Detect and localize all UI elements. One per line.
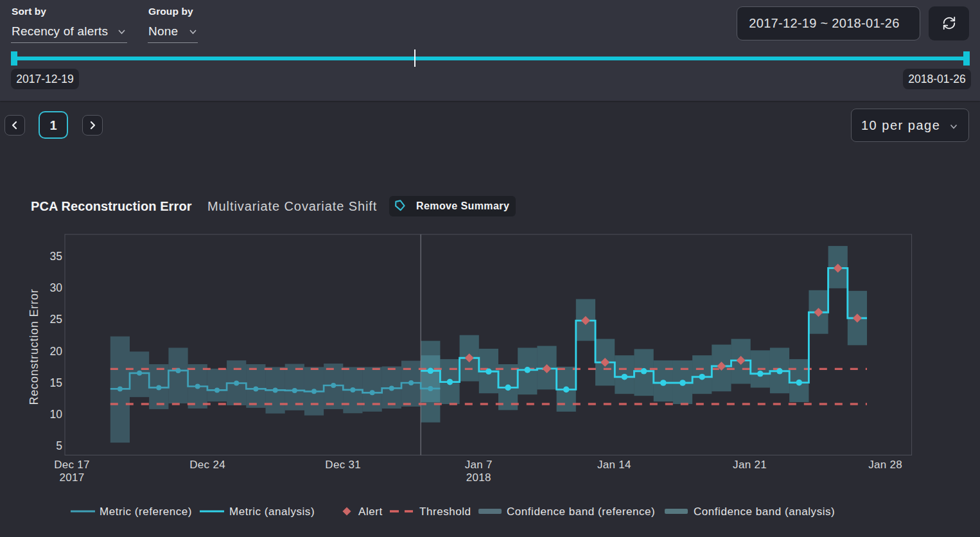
svg-text:Jan 7: Jan 7 <box>465 459 493 471</box>
svg-text:Dec 24: Dec 24 <box>189 459 225 471</box>
svg-text:Metric (reference): Metric (reference) <box>100 506 192 518</box>
svg-text:Reconstruction Error: Reconstruction Error <box>28 288 40 405</box>
svg-text:15: 15 <box>50 376 62 389</box>
svg-text:30: 30 <box>50 281 63 294</box>
svg-text:Confidence band (analysis): Confidence band (analysis) <box>694 506 835 518</box>
svg-text:Threshold: Threshold <box>419 506 471 518</box>
svg-text:10: 10 <box>50 408 63 421</box>
svg-text:Jan 21: Jan 21 <box>733 459 767 471</box>
svg-text:Alert: Alert <box>358 506 383 518</box>
svg-text:Confidence band (reference): Confidence band (reference) <box>507 506 655 518</box>
svg-text:25: 25 <box>50 313 62 326</box>
svg-text:2018: 2018 <box>466 471 491 484</box>
svg-text:20: 20 <box>50 345 63 358</box>
svg-text:Metric (analysis): Metric (analysis) <box>229 506 315 518</box>
svg-text:5: 5 <box>56 439 62 452</box>
svg-text:35: 35 <box>50 250 62 263</box>
svg-text:2017: 2017 <box>59 471 84 484</box>
svg-text:Jan 14: Jan 14 <box>597 459 631 471</box>
svg-text:Jan 28: Jan 28 <box>868 459 902 471</box>
svg-text:Dec 17: Dec 17 <box>54 459 90 471</box>
svg-text:Dec 31: Dec 31 <box>325 459 361 471</box>
